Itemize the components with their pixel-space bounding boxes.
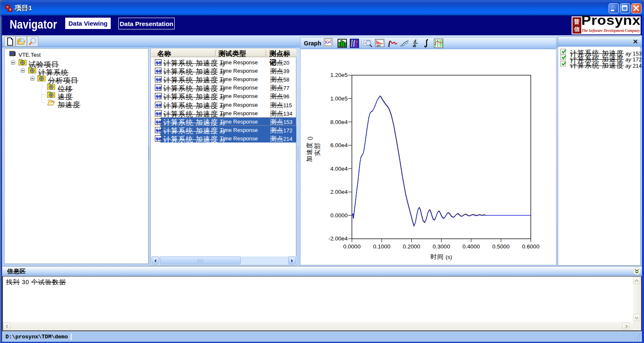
svg-text:4.00e4: 4.00e4 xyxy=(330,166,348,172)
svg-text:6.00e4: 6.00e4 xyxy=(330,142,348,148)
svg-text:0.4000: 0.4000 xyxy=(463,243,480,250)
svg-text:FFT: FFT xyxy=(376,45,381,47)
svg-text:0.6000: 0.6000 xyxy=(522,243,539,250)
svg-text:0.5000: 0.5000 xyxy=(492,243,510,250)
svg-text:1.20e5: 1.20e5 xyxy=(330,72,348,78)
svg-text:-2.00e4: -2.00e4 xyxy=(328,235,348,242)
svg-text:2.00e4: 2.00e4 xyxy=(330,189,348,195)
svg-text:时间 (s): 时间 (s) xyxy=(431,253,452,260)
svg-text:dt: dt xyxy=(413,43,417,48)
svg-text:8.00e4: 8.00e4 xyxy=(330,119,348,125)
svg-text:实部: 实部 xyxy=(314,142,321,156)
svg-text:0.2000: 0.2000 xyxy=(403,243,420,250)
svg-text:0.3000: 0.3000 xyxy=(433,243,450,250)
svg-text:0.0000: 0.0000 xyxy=(343,243,360,250)
svg-text:d: d xyxy=(414,39,416,43)
svg-text:加速度 (): 加速度 () xyxy=(306,137,313,162)
svg-text:1.00e5: 1.00e5 xyxy=(330,95,348,102)
svg-text:0.0000: 0.0000 xyxy=(330,212,348,219)
svg-text:0.1000: 0.1000 xyxy=(373,243,390,250)
